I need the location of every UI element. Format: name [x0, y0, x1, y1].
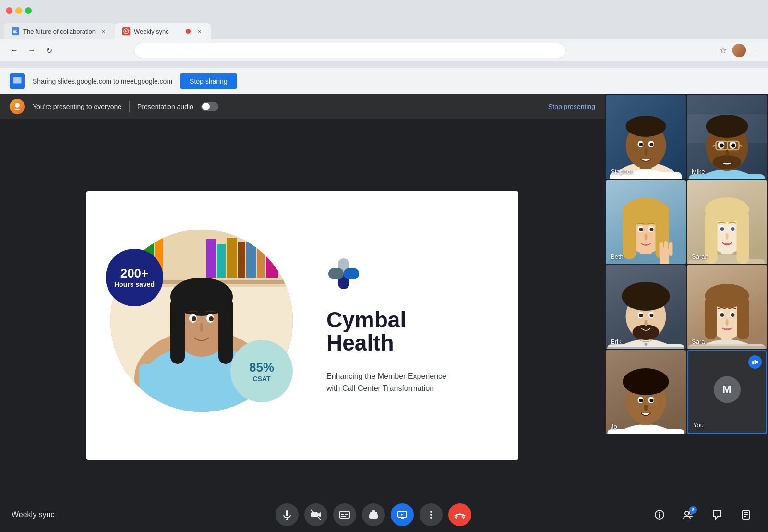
participant-tile-jo[interactable]: Jo: [606, 350, 686, 434]
svg-rect-16: [217, 244, 226, 278]
stat-85-label: CSAT: [252, 375, 270, 383]
close-traffic-light[interactable]: [6, 7, 12, 14]
svg-rect-91: [669, 242, 673, 256]
raise-hand-button[interactable]: [362, 503, 385, 526]
microphone-button[interactable]: [276, 503, 299, 526]
svg-point-66: [713, 155, 742, 169]
stop-sharing-button[interactable]: Stop sharing: [180, 73, 237, 89]
sharing-icon: [10, 73, 25, 89]
bookmark-icon[interactable]: ☆: [719, 45, 727, 56]
svg-point-169: [430, 517, 432, 519]
svg-rect-21: [266, 237, 278, 278]
svg-rect-46: [344, 268, 359, 279]
audio-indicator: [748, 355, 762, 369]
profile-avatar[interactable]: [732, 44, 746, 57]
svg-rect-29: [170, 297, 185, 364]
svg-point-57: [639, 143, 643, 146]
tabs-bar: The future of collaboration ✕ Weekly syn…: [0, 21, 768, 39]
address-bar-row: ← → ↻ ☆ ⋮: [0, 39, 768, 61]
audio-text: Presentation audio: [137, 103, 193, 110]
bottom-controls: [276, 503, 471, 526]
chat-button[interactable]: [707, 504, 728, 525]
slide: 200+ Hours saved 85% CSAT: [86, 191, 518, 460]
you-avatar-circle: M: [714, 376, 741, 403]
svg-point-54: [626, 116, 666, 137]
svg-rect-150: [752, 361, 754, 364]
svg-rect-133: [737, 296, 749, 339]
svg-point-120: [650, 314, 654, 317]
svg-rect-15: [206, 239, 216, 278]
participant-tile-stephen[interactable]: Stephen: [606, 95, 686, 179]
participant-tile-beth[interactable]: Beth: [606, 180, 686, 264]
traffic-lights: [6, 7, 32, 14]
title-bar: [0, 0, 768, 21]
svg-rect-151: [755, 360, 756, 364]
participant-tile-you[interactable]: M You: [687, 350, 767, 434]
svg-rect-1: [13, 30, 17, 31]
stat-bubble-85: 85% CSAT: [230, 340, 293, 402]
slide-right: Cymbal Health Enhancing the Member Exper…: [317, 237, 518, 414]
svg-point-168: [430, 514, 432, 516]
svg-point-102: [720, 227, 724, 231]
participant-tile-erik[interactable]: Erik: [606, 265, 686, 349]
divider: [129, 101, 130, 112]
presentation-area: You're presenting to everyone Presentati…: [0, 94, 605, 532]
hangup-button[interactable]: [448, 503, 471, 526]
tagline: Enhancing the Member Experience with Cal…: [326, 370, 499, 395]
svg-rect-3: [13, 32, 17, 33]
minimize-traffic-light[interactable]: [15, 7, 22, 14]
audio-toggle[interactable]: [201, 102, 218, 111]
toggle-knob: [202, 103, 210, 110]
forward-button[interactable]: →: [25, 44, 38, 57]
sharing-text: Sharing slides.google.com to meet.google…: [33, 77, 172, 85]
svg-rect-17: [227, 238, 237, 278]
slides-tab-close[interactable]: ✕: [99, 27, 107, 35]
stop-presenting-button[interactable]: Stop presenting: [548, 103, 595, 110]
info-button[interactable]: [649, 504, 670, 525]
svg-point-86: [639, 228, 643, 231]
svg-rect-152: [756, 361, 758, 363]
people-button[interactable]: 8: [678, 504, 699, 525]
participant-name-stephen: Stephen: [611, 168, 634, 175]
back-button[interactable]: ←: [8, 44, 21, 57]
present-button[interactable]: [391, 503, 414, 526]
participant-name-mike: Mike: [692, 168, 705, 175]
activities-button[interactable]: [735, 504, 756, 525]
svg-point-145: [649, 378, 665, 393]
svg-rect-125: [689, 346, 766, 349]
sharing-bar: Sharing slides.google.com to meet.google…: [0, 67, 768, 94]
reload-button[interactable]: ↻: [42, 44, 56, 57]
camera-button[interactable]: [304, 503, 327, 526]
menu-icon[interactable]: ⋮: [752, 45, 760, 56]
more-options-button[interactable]: [420, 503, 443, 526]
participant-name-sara: Sara: [692, 338, 705, 345]
slides-tab[interactable]: The future of collaboration ✕: [4, 23, 115, 39]
stat-bubble-200: 200+ Hours saved: [106, 249, 163, 306]
meeting-name: Weekly sync: [12, 510, 98, 519]
participant-tile-sara[interactable]: Sara: [687, 265, 767, 349]
participant-name-sarah: Sarah: [692, 253, 708, 260]
participant-tile-mike[interactable]: Mike: [687, 95, 767, 179]
svg-rect-153: [286, 510, 288, 516]
svg-point-121: [645, 343, 648, 346]
bottom-right-controls: 8: [649, 504, 756, 525]
svg-rect-82: [623, 211, 636, 259]
fullscreen-traffic-light[interactable]: [25, 7, 32, 14]
participant-tile-sarah[interactable]: Sarah: [687, 180, 767, 264]
meet-tab-close[interactable]: ✕: [195, 27, 203, 35]
participants-sidebar: Stephen: [605, 94, 768, 532]
svg-rect-99: [737, 211, 749, 264]
presenter-avatar: [10, 99, 25, 114]
captions-button[interactable]: [333, 503, 356, 526]
svg-point-144: [627, 378, 643, 393]
address-input[interactable]: [134, 43, 566, 58]
svg-point-119: [639, 314, 643, 317]
svg-rect-30: [218, 297, 233, 364]
svg-rect-18: [238, 242, 245, 278]
svg-point-7: [15, 103, 20, 108]
svg-point-35: [209, 316, 214, 321]
svg-rect-132: [705, 296, 717, 339]
svg-point-149: [650, 399, 654, 402]
slides-tab-title: The future of collaboration: [23, 28, 96, 35]
meet-tab[interactable]: Weekly sync ✕: [115, 23, 211, 39]
